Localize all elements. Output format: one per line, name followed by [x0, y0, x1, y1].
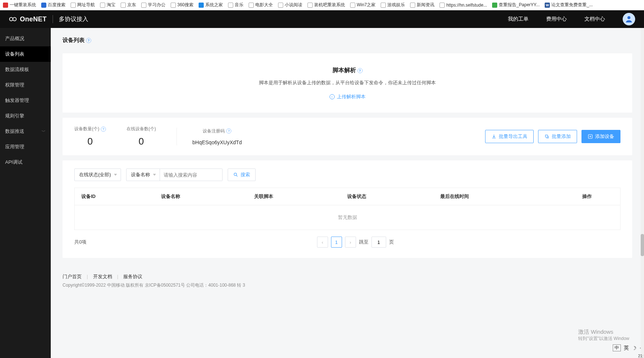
bookmark-favicon	[278, 3, 283, 8]
sidebar-item[interactable]: API调试	[0, 155, 51, 170]
bookmark-label: 装机吧重装系统	[314, 2, 345, 8]
bookmark-item[interactable]: 游戏娱乐	[379, 1, 406, 9]
sidebar-item-label: 触发器管理	[5, 97, 29, 104]
sidebar-item-label: 数据流模板	[5, 66, 29, 73]
name-filter-select[interactable]: 设备名称	[126, 169, 160, 181]
bookmark-label: 百度搜索	[48, 2, 65, 8]
bookmark-item[interactable]: 小说阅读	[277, 1, 304, 9]
bookmark-item[interactable]: https://hn.selfstude...	[438, 2, 488, 8]
bookmark-item[interactable]: 360搜索	[169, 1, 195, 9]
sidebar-item[interactable]: 数据推送﹀	[0, 124, 51, 139]
scrollbar-thumb[interactable]	[641, 234, 644, 256]
batch-export-button[interactable]: 批量导出工具	[485, 130, 534, 143]
bookmark-item[interactable]: 京东	[119, 1, 138, 9]
upload-script-link[interactable]: ↑ 上传解析脚本	[330, 93, 366, 100]
bookmark-item[interactable]: 网址导航	[69, 1, 96, 9]
batch-export-label: 批量导出工具	[499, 133, 527, 140]
bookmark-label: 查重报告_PaperYY...	[499, 2, 540, 8]
bookmark-item[interactable]: W论文查重免费查重_...	[543, 1, 594, 9]
export-icon	[491, 134, 497, 139]
page-title-text: 设备列表	[63, 37, 85, 44]
help-icon[interactable]: ?	[101, 127, 106, 132]
sidebar-item[interactable]: 规则引擎	[0, 108, 51, 124]
footer-link-docs[interactable]: 开发文档	[93, 274, 112, 279]
pager-prev-button[interactable]: ‹	[317, 237, 328, 248]
sidebar-item[interactable]: 产品概况	[0, 31, 51, 46]
bookmark-favicon	[100, 3, 105, 8]
batch-add-icon	[544, 134, 549, 139]
search-button[interactable]: 搜索	[228, 169, 256, 181]
brand-text: OneNET	[20, 15, 47, 23]
pager-page-1[interactable]: 1	[331, 237, 342, 248]
bookmark-item[interactable]: 百度搜索	[40, 1, 67, 9]
header-link-docs[interactable]: 文档中心	[584, 16, 605, 22]
bookmark-favicon	[350, 3, 355, 8]
bookmark-item[interactable]: 淘宝	[99, 1, 117, 9]
bookmark-item[interactable]: 装机吧重装系统	[306, 1, 346, 9]
add-device-button[interactable]: 添加设备	[581, 130, 620, 143]
bookmark-item[interactable]: 一键重装系统	[1, 1, 38, 9]
script-panel-title: 脚本解析 ?	[332, 67, 363, 74]
sidebar-item[interactable]: 数据流模板	[0, 62, 51, 77]
footer-link-portal[interactable]: 门户首页	[63, 274, 82, 279]
stat-label: 在线设备数(个)	[127, 126, 156, 132]
user-avatar[interactable]	[623, 13, 635, 25]
bookmark-item[interactable]: 音乐	[227, 1, 245, 9]
ime-indicator[interactable]: 中 英 ☽ ᐧ	[613, 344, 641, 351]
person-icon: ᐧ	[640, 345, 641, 351]
col-action: 操作	[554, 188, 620, 205]
sidebar-item-label: 产品概况	[5, 35, 24, 42]
help-icon[interactable]: ?	[86, 38, 91, 43]
batch-add-label: 批量添加	[552, 133, 571, 140]
bookmark-item[interactable]: 查重报告_PaperYY...	[491, 1, 541, 9]
sidebar-item[interactable]: 设备列表	[0, 46, 51, 62]
bookmark-label: 360搜索	[177, 2, 193, 8]
device-list-panel: 在线状态(全部) 设备名称 搜索 设备ID 设备名称 关联脚本 设备状态 最后在…	[63, 160, 632, 258]
add-device-label: 添加设备	[595, 133, 614, 140]
search-input[interactable]	[160, 169, 223, 181]
bookmark-favicon	[3, 3, 8, 8]
brand-logo[interactable]: OneNET	[9, 15, 47, 23]
sidebar: 产品概况设备列表数据流模板权限管理触发器管理规则引擎数据推送﹀应用管理API调试	[0, 28, 51, 358]
header-link-orders[interactable]: 我的工单	[508, 16, 529, 22]
status-filter-select[interactable]: 在线状态(全部)	[74, 169, 121, 181]
sidebar-item[interactable]: 触发器管理	[0, 93, 51, 108]
sidebar-item[interactable]: 应用管理	[0, 139, 51, 155]
app-header: OneNET 多协议接入 我的工单 费用中心 文档中心	[0, 10, 644, 28]
col-script: 关联脚本	[248, 188, 341, 205]
search-button-label: 搜索	[241, 171, 250, 178]
sidebar-item-label: 规则引擎	[5, 113, 24, 119]
bookmark-item[interactable]: 系统之家	[197, 1, 224, 9]
sidebar-item[interactable]: 权限管理	[0, 77, 51, 93]
svg-point-2	[627, 16, 630, 19]
bookmark-label: 新闻资讯	[417, 2, 434, 8]
bookmark-item[interactable]: Win7之家	[349, 1, 377, 9]
help-icon[interactable]: ?	[357, 68, 363, 73]
stat-online-count: 在线设备数(个) 0	[127, 126, 156, 147]
avatar-icon	[625, 15, 633, 24]
bookmark-item[interactable]: 学习办公	[140, 1, 167, 9]
stat-register-code: 设备注册码 ? bHqESqo6yXUyXdTd	[192, 128, 242, 145]
search-combo: 设备名称	[126, 169, 223, 181]
bookmark-label: 系统之家	[205, 2, 223, 8]
header-link-billing[interactable]: 费用中心	[546, 16, 567, 22]
name-filter-label: 设备名称	[131, 171, 150, 178]
script-parse-panel: 脚本解析 ? 脚本是用于解析从设备上传的数据，从平台给设备下发命令，你还未上传过…	[63, 53, 632, 113]
stat-device-count: 设备数量(个) ? 0	[74, 126, 106, 147]
vertical-scrollbar[interactable]	[641, 28, 644, 358]
device-stats-panel: 设备数量(个) ? 0 在线设备数(个) 0 设备注册码 ? bHqESqo6y…	[63, 118, 632, 155]
help-icon[interactable]: ?	[226, 128, 231, 134]
page-title: 设备列表 ?	[51, 28, 644, 48]
moon-icon: ☽	[632, 345, 637, 351]
batch-add-button[interactable]: 批量添加	[538, 130, 577, 143]
bookmark-item[interactable]: 电影大全	[247, 1, 274, 9]
bookmark-item[interactable]: 新闻资讯	[409, 1, 436, 9]
pager-jump-input[interactable]	[371, 237, 386, 248]
sidebar-item-label: 权限管理	[5, 82, 24, 88]
pager-next-button[interactable]: ›	[345, 237, 356, 248]
script-panel-title-text: 脚本解析	[332, 67, 356, 74]
footer-link-tos[interactable]: 服务协议	[123, 274, 142, 279]
bookmark-label: 游戏娱乐	[387, 2, 405, 8]
svg-point-0	[10, 17, 13, 21]
search-icon	[233, 172, 238, 177]
